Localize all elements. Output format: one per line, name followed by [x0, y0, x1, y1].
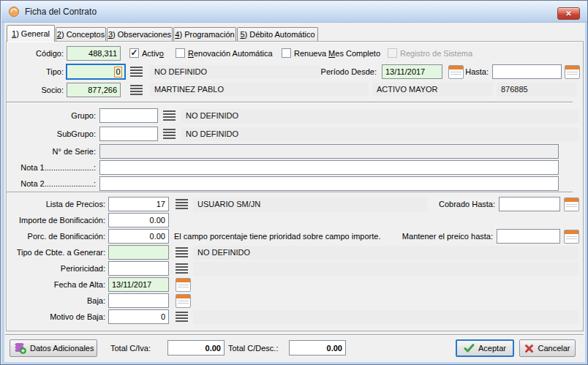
tab-label: ) Conceptos	[61, 30, 105, 39]
nota1-label: Nota 1......................:	[12, 160, 96, 175]
socio-lookup-menu-icon[interactable]	[130, 85, 143, 95]
fecha-alta-input[interactable]	[108, 277, 169, 292]
lista-precios-input[interactable]	[108, 197, 169, 211]
renovacion-automatica-checkbox-label[interactable]: Renovación Automática	[188, 46, 273, 61]
nota2-input[interactable]	[99, 176, 559, 191]
motivo-baja-input[interactable]	[108, 309, 169, 324]
grupo-label: Grupo:	[12, 108, 96, 123]
renovacion-automatica-checkbox[interactable]	[176, 48, 185, 58]
numero-serie-label: N° de Serie:	[12, 144, 96, 159]
aceptar-label: Aceptar	[478, 344, 506, 353]
hasta-input[interactable]	[492, 64, 562, 79]
periodo-desde-input[interactable]	[382, 64, 442, 79]
close-button[interactable]: ✕	[557, 7, 580, 20]
activo-checkbox[interactable]: ✓	[129, 48, 139, 58]
grupo-descripcion: NO DEFINIDO	[181, 109, 578, 123]
socio-categoria: ACTIVO MAYOR	[372, 83, 493, 97]
cancelar-label: Cancelar	[538, 344, 570, 353]
tipo-input[interactable]: 0	[66, 64, 126, 80]
codigo-input[interactable]	[67, 46, 121, 61]
cobrado-hasta-calendar-icon[interactable]	[564, 197, 579, 211]
tab-general[interactable]: 1) General	[7, 25, 55, 42]
window-frame-left	[1, 23, 4, 362]
motivo-baja-lookup-menu-icon[interactable]	[176, 312, 188, 322]
tab-programacion[interactable]: 4) Programación	[173, 27, 236, 41]
tab-conceptos[interactable]: 2) Conceptos	[56, 27, 106, 41]
baja-label: Baja:	[7, 293, 105, 308]
lista-precios-label: Lista de Precios:	[7, 197, 105, 211]
tab-label: ) Observaciones	[113, 30, 171, 39]
tab-label: ) General	[16, 29, 50, 38]
baja-calendar-icon[interactable]	[176, 294, 191, 308]
numero-serie-input[interactable]	[99, 144, 559, 159]
tipo-cbte-label: Tipo de Cbte. a Generar:	[7, 245, 105, 260]
hasta-calendar-icon[interactable]	[565, 65, 580, 79]
mantener-precio-calendar-icon[interactable]	[564, 230, 579, 244]
grupo-lookup-menu-icon[interactable]	[163, 110, 176, 121]
hasta-label: Hasta:	[458, 64, 489, 79]
close-icon: ✕	[565, 10, 571, 18]
fecha-alta-label: Fecha de Alta:	[7, 277, 105, 292]
check-icon: ✓	[130, 49, 137, 56]
fecha-alta-calendar-icon[interactable]	[176, 278, 191, 292]
perioricidad-input[interactable]	[108, 261, 169, 276]
total-desc-label: Total C/Desc.:	[228, 341, 278, 355]
lista-precios-lookup-menu-icon[interactable]	[176, 199, 188, 209]
window-title: Ficha del Contrato	[25, 7, 97, 17]
lista-precios-descripcion: USUARIO SM/JN	[193, 197, 427, 211]
cancelar-button[interactable]: Cancelar	[519, 339, 576, 357]
database-add-icon	[15, 342, 26, 354]
window-frame-right	[585, 23, 588, 362]
tipo-lookup-menu-icon[interactable]	[130, 67, 143, 77]
porcentaje-hint-text: El campo porcentaje tiene prioridad sobr…	[174, 229, 380, 244]
activo-checkbox-label[interactable]: Activo	[142, 46, 164, 61]
aceptar-button[interactable]: Aceptar	[456, 339, 514, 357]
cobrado-hasta-label: Cobrado Hasta:	[410, 197, 495, 211]
subgrupo-input[interactable]	[99, 127, 158, 141]
tab-label: ) Programación	[179, 30, 234, 39]
perioricidad-descripcion	[193, 262, 578, 276]
perioricidad-label: Perioricidad:	[7, 261, 105, 276]
datos-adicionales-label: Datos Adicionales	[30, 344, 94, 353]
subgrupo-lookup-menu-icon[interactable]	[163, 129, 176, 139]
registro-de-sistema-checkbox	[388, 48, 397, 58]
check-icon	[464, 343, 475, 353]
renueva-mes-completo-checkbox[interactable]	[282, 48, 291, 58]
baja-input[interactable]	[108, 293, 169, 308]
mantener-precio-input[interactable]	[497, 229, 560, 244]
tipo-cbte-input[interactable]	[108, 245, 169, 260]
total-desc-input[interactable]	[289, 340, 346, 355]
importe-bonificacion-label: Importe de Bonificación:	[7, 213, 105, 227]
datos-adicionales-button[interactable]: Datos Adicionales	[10, 339, 97, 357]
socio-input[interactable]	[67, 83, 121, 97]
nota2-label: Nota 2......................:	[12, 176, 96, 191]
importe-bonificacion-input[interactable]	[108, 213, 169, 227]
window-frame-bottom	[1, 362, 588, 365]
app-icon	[8, 6, 20, 18]
tipo-label: Tipo:	[15, 64, 64, 79]
tipo-descripcion: NO DEFINIDO	[150, 65, 320, 79]
tab-label: ) Débito Automático	[245, 30, 315, 39]
tipo-cbte-lookup-menu-icon[interactable]	[176, 247, 188, 257]
periodo-desde-label: Período Desde:	[315, 64, 377, 79]
registro-de-sistema-checkbox-label: Registro de Sistema	[400, 46, 472, 61]
socio-label: Socio:	[15, 83, 64, 97]
porc-bonificacion-label: Porc. de Bonificación:	[7, 229, 105, 244]
x-icon	[524, 344, 534, 353]
codigo-label: Código:	[15, 46, 64, 61]
total-iva-input[interactable]	[167, 340, 225, 355]
cobrado-hasta-input[interactable]	[499, 197, 560, 211]
grupo-input[interactable]	[99, 108, 158, 123]
porc-bonificacion-input[interactable]	[108, 229, 169, 244]
text-caret: 0	[114, 67, 122, 78]
renueva-mes-completo-checkbox-label[interactable]: Renueva Mes Completo	[294, 46, 380, 61]
perioricidad-lookup-menu-icon[interactable]	[176, 263, 188, 274]
tab-debito-automatico[interactable]: 5) Débito Automático	[237, 27, 318, 41]
tab-observaciones[interactable]: 3) Observaciones	[107, 27, 173, 41]
separator	[5, 334, 584, 336]
mantener-precio-label: Mantener el preico hasta:	[359, 229, 493, 244]
subgrupo-descripcion: NO DEFINIDO	[181, 127, 578, 141]
nota1-input[interactable]	[99, 160, 559, 175]
motivo-baja-label: Motivo de Baja:	[7, 309, 105, 324]
separator	[7, 102, 573, 103]
